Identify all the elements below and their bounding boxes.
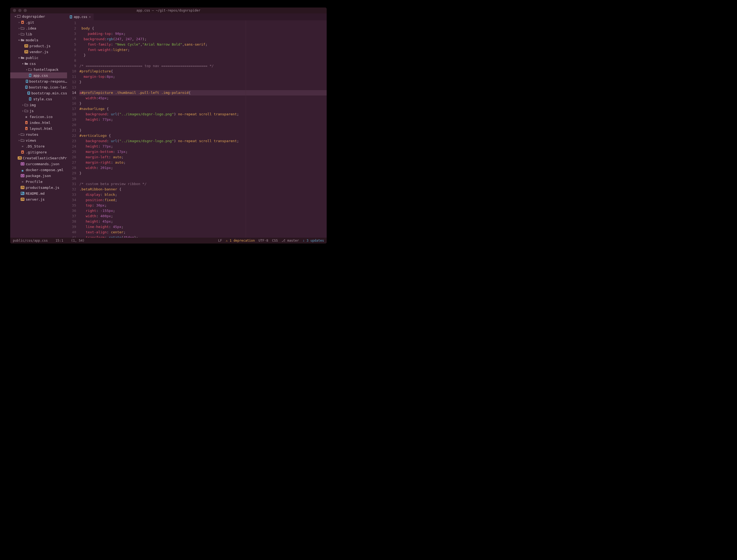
tree-item[interactable]: ›js <box>10 108 67 114</box>
line-number[interactable]: 22 <box>67 133 76 138</box>
line-number[interactable]: 19 <box>67 117 76 122</box>
line-number[interactable]: 2 <box>67 26 76 31</box>
code-line[interactable]: transform: rotate(45deg); <box>79 235 327 238</box>
code-line[interactable]: margin-left: auto; <box>79 154 327 160</box>
tree-item[interactable]: ▾css <box>10 61 67 67</box>
chevron-right-icon[interactable]: › <box>25 68 28 71</box>
status-cursor[interactable]: 15:1 <box>56 239 63 242</box>
chevron-right-icon[interactable]: › <box>18 21 20 24</box>
line-number[interactable]: 31 <box>67 181 76 187</box>
code-line[interactable]: top: 30px; <box>79 203 327 208</box>
line-number[interactable]: 9 <box>67 63 76 69</box>
line-number[interactable]: 11 <box>67 74 76 79</box>
tree-item[interactable]: ⬥layout.html <box>10 126 67 131</box>
tree-item[interactable]: JSvendor.js <box>10 49 67 55</box>
code-line[interactable]: } <box>79 101 327 106</box>
code-line[interactable]: height: 77px; <box>79 117 327 122</box>
tree-item[interactable]: JSproduct.js <box>10 43 67 49</box>
line-number[interactable]: 28 <box>67 165 76 171</box>
tree-item[interactable]: ◆.gitignore <box>10 149 67 155</box>
tree-item[interactable]: ▾dsgnrspider <box>10 13 67 19</box>
code-line[interactable]: a#profilepicture .thumbnail .pull-left .… <box>79 90 327 95</box>
tree-item[interactable]: ›.idea <box>10 25 67 31</box>
tree-item[interactable]: Bbootstrap.icon-lar… <box>10 84 67 90</box>
code-line[interactable]: #profilepicture{ <box>79 69 327 74</box>
tree-item[interactable]: Bbootstrap.min.css <box>10 90 67 96</box>
code-line[interactable]: background: url("../images/dsgnr-logo.pn… <box>79 112 327 117</box>
code-line[interactable]: right: -155px; <box>79 208 327 213</box>
line-number[interactable]: 29 <box>67 171 76 176</box>
line-number[interactable]: 30 <box>67 176 76 181</box>
code-line[interactable]: /* custom beta preview ribbon */ <box>79 181 327 187</box>
code-line[interactable] <box>79 176 327 181</box>
tree-item[interactable]: ▾public <box>10 55 67 61</box>
line-number[interactable]: 14 <box>67 90 76 95</box>
code-line[interactable]: background: url("../images/dsgnr-logo.pn… <box>79 138 327 144</box>
code-line[interactable] <box>79 85 327 90</box>
tree-item[interactable]: {}package.json <box>10 173 67 179</box>
tree-item[interactable]: Bbootstrap-respons… <box>10 78 67 84</box>
line-number[interactable]: 41 <box>67 235 76 238</box>
code-line[interactable]: width:45px; <box>79 95 327 101</box>
status-deprecation[interactable]: ⚠ 1 deprecation <box>226 239 255 242</box>
code-line[interactable]: font-weight:lighter; <box>79 47 327 53</box>
tree-item[interactable]: ≡.DS_Store <box>10 143 67 149</box>
code-line[interactable]: margin-right: auto; <box>79 160 327 165</box>
line-number[interactable]: 8 <box>67 58 76 63</box>
file-tree[interactable]: ▾dsgnrspider›◆.git›.idea›lib▾modelsJSpro… <box>10 13 67 238</box>
tree-item[interactable]: JSproductsample.js <box>10 185 67 190</box>
code-line[interactable]: margin-top:8px; <box>79 74 327 79</box>
code-line[interactable]: padding-top: 90px; <box>79 31 327 36</box>
line-number[interactable]: 35 <box>67 203 76 208</box>
line-number[interactable]: 40 <box>67 230 76 235</box>
line-number[interactable]: 20 <box>67 122 76 128</box>
tree-item[interactable]: {}curcommands.json <box>10 161 67 167</box>
line-number[interactable]: 15 <box>67 95 76 101</box>
chevron-down-icon[interactable]: ▾ <box>14 15 17 18</box>
tree-item[interactable]: ⎘app.css <box>10 72 67 78</box>
tree-item[interactable]: ⎘style.css <box>10 96 67 102</box>
titlebar[interactable]: app.css — ~/git-repos/dsgnrspider <box>10 8 327 13</box>
chevron-right-icon[interactable]: › <box>18 33 20 36</box>
line-number[interactable]: 26 <box>67 154 76 160</box>
tree-item[interactable]: ›lib <box>10 31 67 37</box>
line-number[interactable]: 21 <box>67 128 76 133</box>
tree-item[interactable]: ›views <box>10 137 67 143</box>
line-number[interactable]: 17 <box>67 106 76 112</box>
code-line[interactable]: background:rgb(247, 247, 247); <box>79 36 327 42</box>
tree-item[interactable]: ›fontellopack <box>10 67 67 72</box>
chevron-down-icon[interactable]: ▾ <box>18 56 20 59</box>
chevron-right-icon[interactable]: › <box>18 27 20 30</box>
tree-item[interactable]: ›◆.git <box>10 19 67 25</box>
line-number-gutter[interactable]: 1234567891011121314151617181920212223242… <box>67 20 79 238</box>
status-language[interactable]: CSS <box>272 239 278 242</box>
line-number[interactable]: 5 <box>67 42 76 47</box>
tree-item[interactable]: ⬥index.html <box>10 120 67 126</box>
code-content[interactable]: body { padding-top: 90px; background:rgb… <box>79 20 327 238</box>
chevron-right-icon[interactable]: › <box>21 104 24 106</box>
chevron-down-icon[interactable]: ▾ <box>18 39 20 42</box>
line-number[interactable]: 12 <box>67 79 76 85</box>
tree-item[interactable]: JSserver.js <box>10 196 67 202</box>
line-number[interactable]: 4 <box>67 36 76 42</box>
tree-item[interactable]: ≡Procfile <box>10 179 67 185</box>
code-line[interactable]: } <box>79 128 327 133</box>
line-number[interactable]: 33 <box>67 192 76 197</box>
tree-item[interactable]: ▄docker-compose.yml <box>10 167 67 173</box>
chevron-right-icon[interactable]: › <box>18 139 20 142</box>
code-line[interactable]: } <box>79 53 327 58</box>
tree-item[interactable]: M↓README.md <box>10 190 67 196</box>
status-eol[interactable]: LF <box>218 239 222 242</box>
line-number[interactable]: 16 <box>67 101 76 106</box>
status-updates[interactable]: ⇩ 3 updates <box>303 239 324 242</box>
code-line[interactable]: height: 77px; <box>79 144 327 149</box>
code-line[interactable]: } <box>79 79 327 85</box>
code-line[interactable]: /* =========================== top nav =… <box>79 63 327 69</box>
code-line[interactable]: line-height: 45px; <box>79 224 327 230</box>
line-number[interactable]: 37 <box>67 213 76 219</box>
code-line[interactable]: height: 45px; <box>79 219 327 224</box>
line-number[interactable]: 13 <box>67 85 76 90</box>
code-line[interactable]: position:fixed; <box>79 197 327 203</box>
line-number[interactable]: 39 <box>67 224 76 230</box>
line-number[interactable]: 18 <box>67 112 76 117</box>
